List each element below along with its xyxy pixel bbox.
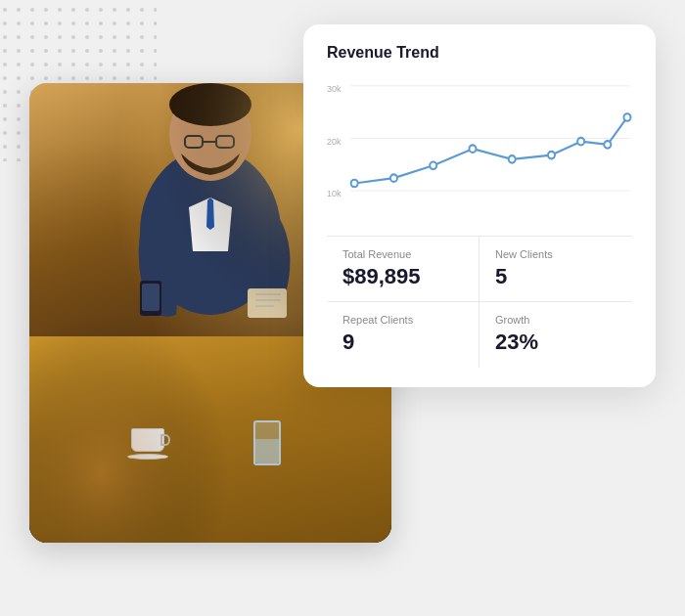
stat-new-clients: New Clients 5 xyxy=(480,236,632,301)
stats-grid: Total Revenue $89,895 New Clients 5 Repe… xyxy=(327,236,632,368)
dashboard-card: Revenue Trend 30k 20k 10k xyxy=(303,24,656,387)
svg-point-27 xyxy=(548,152,555,159)
svg-text:20k: 20k xyxy=(327,137,342,147)
total-revenue-label: Total Revenue xyxy=(342,248,463,260)
svg-point-30 xyxy=(623,113,630,121)
svg-text:10k: 10k xyxy=(327,189,342,198)
stat-repeat-clients: Repeat Clients 9 xyxy=(327,301,480,367)
growth-label: Growth xyxy=(495,314,616,326)
svg-point-29 xyxy=(604,141,611,149)
repeat-clients-label: Repeat Clients xyxy=(342,314,463,326)
svg-point-4 xyxy=(169,83,251,126)
svg-point-28 xyxy=(577,138,584,146)
svg-point-24 xyxy=(430,162,436,170)
stat-total-revenue: Total Revenue $89,895 xyxy=(327,236,480,301)
chart-area: 30k 20k 10k xyxy=(327,73,632,220)
scene: Revenue Trend 30k 20k 10k xyxy=(29,24,656,592)
chart-title: Revenue Trend xyxy=(327,44,632,62)
svg-point-22 xyxy=(351,180,358,188)
water-glass xyxy=(253,420,283,469)
new-clients-value: 5 xyxy=(495,264,616,289)
svg-rect-9 xyxy=(142,284,160,311)
svg-point-25 xyxy=(469,145,476,153)
repeat-clients-value: 9 xyxy=(342,330,463,355)
svg-point-26 xyxy=(509,155,516,163)
svg-rect-10 xyxy=(248,288,287,318)
new-clients-label: New Clients xyxy=(495,248,616,260)
svg-point-23 xyxy=(390,174,397,182)
revenue-chart: 30k 20k 10k xyxy=(327,73,632,220)
total-revenue-value: $89,895 xyxy=(342,264,463,289)
person-silhouette xyxy=(103,83,318,359)
coffee-cup xyxy=(131,428,168,460)
stat-growth: Growth 23% xyxy=(480,301,632,367)
svg-text:30k: 30k xyxy=(327,84,342,94)
growth-value: 23% xyxy=(495,330,616,355)
